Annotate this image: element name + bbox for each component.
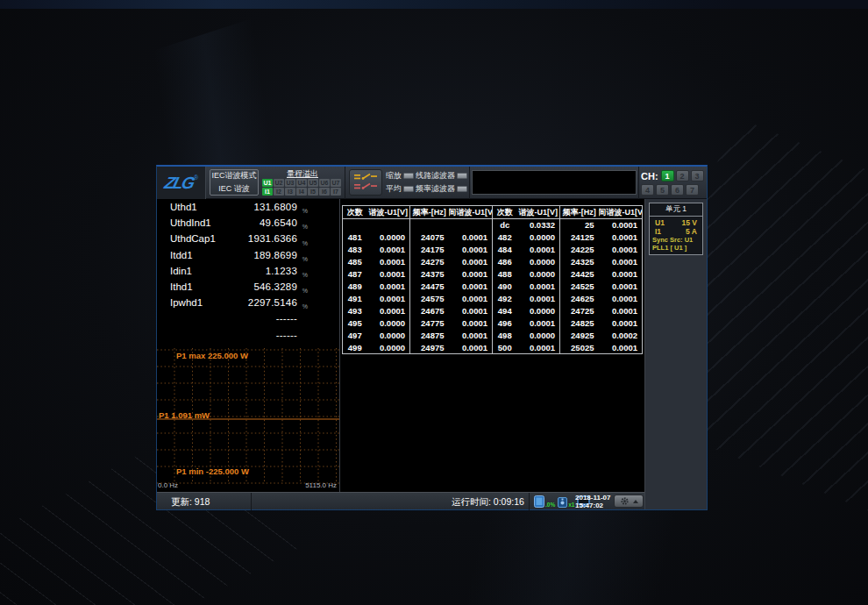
wiring-button[interactable] <box>349 169 382 196</box>
channel-indicator-u2: U2 <box>274 179 284 187</box>
table-cell: 0.0001 <box>517 293 560 305</box>
measurement-value: ------ <box>170 313 297 324</box>
chart-value-label: P1 1.091 mW <box>159 410 210 420</box>
table-cell: 495 <box>343 317 367 330</box>
table-cell: 0.0001 <box>599 293 643 305</box>
table-cell: 0.0001 <box>599 231 643 244</box>
channel-button-3[interactable]: 3 <box>691 170 704 182</box>
table-cell: 498 <box>493 330 517 342</box>
measurement-label: Ithd1 <box>170 281 193 292</box>
table-header-cell: 间谐波-U1[V] <box>599 206 643 219</box>
measurement-label: Itdd1 <box>170 250 193 260</box>
measurement-unit: % <box>302 272 308 278</box>
harmonic-table-head-row: 次数谐波-U1[V]频率-[Hz]间谐波-U1[V]次数谐波-U1[V]频率-[… <box>343 206 643 219</box>
table-cell: 500 <box>493 342 517 354</box>
zoom-filter-toggle[interactable] <box>403 173 414 179</box>
table-row: 4810.0000240750.00014820.0000241250.0001 <box>343 231 643 244</box>
table-cell <box>367 219 410 231</box>
status-bar: 更新: 918 运行时间: 0:09:16 .0% x1 <box>157 492 644 509</box>
statusbar-divider <box>251 493 252 510</box>
table-cell: 25025 <box>560 342 599 354</box>
table-cell: 487 <box>343 268 367 281</box>
measurement-row: Uthd1131.6809% <box>157 202 339 217</box>
unit-title: 单元 1 <box>650 204 702 217</box>
measurement-label: UthdCap1 <box>170 233 216 244</box>
table-header-cell: 间谐波-U1[V] <box>449 206 493 219</box>
table-cell: 0.0001 <box>367 281 410 293</box>
x-axis-min-label: 0.0 Hz <box>158 481 178 489</box>
zoom-filter-label: 缩放 <box>386 170 402 182</box>
range-overflow-title: 量程溢出 <box>262 168 343 178</box>
table-cell: 0.0001 <box>449 231 493 244</box>
table-row: 4930.0001246750.00014940.0000247250.0001 <box>343 305 643 317</box>
sync-source-label: Sync Src: U1 <box>650 236 702 244</box>
harmonic-table: 次数谐波-U1[V]频率-[Hz]间谐波-U1[V]次数谐波-U1[V]频率-[… <box>342 205 643 354</box>
unit-i1-name: I1 <box>655 227 661 236</box>
measurement-unit: % <box>302 256 308 262</box>
channel-indicator-i6: I6 <box>319 188 330 196</box>
measurement-row: UthdInd149.6540% <box>157 217 339 233</box>
channel-indicator-i1: I1 <box>262 188 273 196</box>
line-filter-toggle[interactable] <box>457 173 467 179</box>
time-text: 15:47:02 <box>575 502 610 509</box>
power-chart: P1 max 225.000 W P1 1.091 mW P1 min -225… <box>157 348 339 491</box>
table-cell: 0.0000 <box>517 256 560 268</box>
table-row: 4870.0001243750.00014880.0000244250.0001 <box>343 268 643 281</box>
table-row: 4910.0001245750.00014920.0001246250.0001 <box>343 293 643 305</box>
settings-button[interactable] <box>614 495 644 508</box>
table-cell: 485 <box>343 256 367 268</box>
harmonic-table-body: dc0.0332250.00014810.0000240750.00014820… <box>343 219 643 354</box>
i-channel-chip-row: I1I2I3I4I5I6I7 <box>262 188 343 196</box>
table-cell: 0.0000 <box>367 342 410 354</box>
channel-indicator-u3: U3 <box>285 179 295 187</box>
table-cell: 482 <box>493 231 517 244</box>
table-cell: 0.0332 <box>517 219 560 231</box>
unit-u1-name: U1 <box>655 218 665 227</box>
table-cell: 0.0000 <box>367 330 410 342</box>
channel-button-4[interactable]: 4 <box>641 184 654 196</box>
measurement-row: Ithd1546.3289% <box>157 281 339 297</box>
table-cell: 483 <box>343 244 367 256</box>
background-top-band <box>0 0 868 9</box>
table-cell: 0.0001 <box>449 244 493 256</box>
table-cell: 0.0001 <box>599 281 643 293</box>
header-divider <box>345 167 345 199</box>
channel-indicator-i2: I2 <box>274 188 284 196</box>
gear-icon <box>620 496 630 506</box>
channel-button-7[interactable]: 7 <box>686 184 699 196</box>
chart-min-label: P1 min -225.000 W <box>176 466 249 476</box>
table-cell: 494 <box>493 305 517 317</box>
measurement-value: ------ <box>170 330 297 340</box>
average-filter-toggle[interactable] <box>403 186 414 192</box>
table-cell: 24825 <box>560 317 599 330</box>
unit-row-i1: I1 5 A <box>650 227 702 236</box>
mode-line-1: IEC谐波模式 <box>211 170 256 182</box>
table-cell: 484 <box>493 244 517 256</box>
runtime-counter: 运行时间: 0:09:16 <box>452 496 524 509</box>
table-cell: 0.0001 <box>599 244 643 256</box>
freq-filter-toggle[interactable] <box>457 186 467 192</box>
table-cell: 0.0001 <box>449 342 493 354</box>
table-cell: 0.0001 <box>599 305 643 317</box>
screen-background: ZLG® IEC谐波模式 IEC 谐波 量程溢出 U1U2U3U4U5U6U7 … <box>0 0 868 605</box>
measurement-row: ------ <box>157 313 339 329</box>
filter-panel: 缩放 线路滤波器 平均 频率滤波器 <box>386 169 470 196</box>
header-divider <box>469 167 470 199</box>
iec-mode-button[interactable]: IEC谐波模式 IEC 谐波 <box>210 169 259 196</box>
unit-info-box: 单元 1 U1 15 V I1 5 A Sync Src: U1 PLL1 [ … <box>649 203 703 255</box>
channel-button-1[interactable]: 1 <box>661 170 674 182</box>
table-cell: 486 <box>493 256 517 268</box>
table-cell: 24775 <box>410 317 449 330</box>
table-row: 4830.0001241750.00014840.0001242250.0001 <box>343 244 643 256</box>
table-cell: 24375 <box>410 268 449 281</box>
table-cell: 493 <box>343 305 367 317</box>
usb-drive-icon <box>558 496 567 508</box>
table-cell: 0.0001 <box>449 293 493 305</box>
channel-indicator-i5: I5 <box>308 188 318 196</box>
channel-button-2[interactable]: 2 <box>676 170 689 182</box>
x-axis-max-label: 5115.0 Hz <box>305 481 337 489</box>
unit-panel: 单元 1 U1 15 V I1 5 A Sync Src: U1 PLL1 [ … <box>644 199 707 509</box>
channel-button-5[interactable]: 5 <box>656 184 669 196</box>
channel-button-6[interactable]: 6 <box>671 184 684 196</box>
measurement-unit: % <box>302 224 308 230</box>
